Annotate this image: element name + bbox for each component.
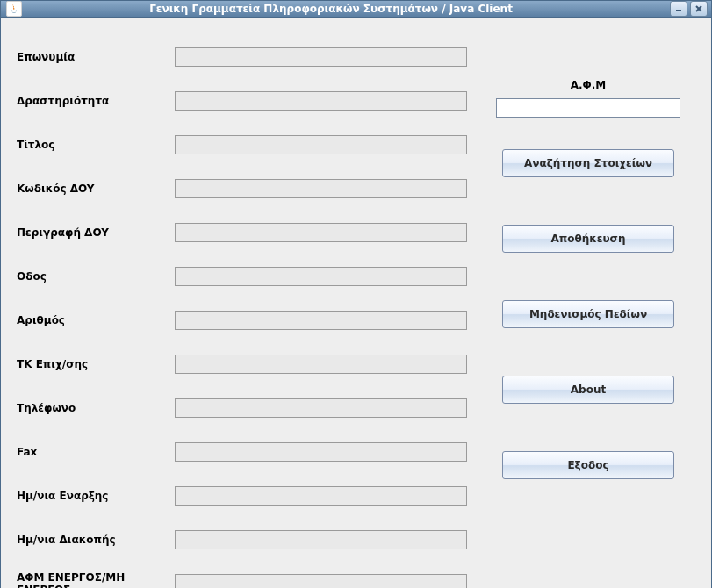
afm-label: Α.Φ.Μ: [571, 79, 607, 91]
label-tk: ΤΚ Επιχ/σης: [17, 358, 175, 370]
field-tk: [175, 355, 467, 374]
search-button[interactable]: Αναζήτηση Στοιχείων: [502, 149, 674, 177]
row-eponymia: Επωνυμία: [17, 35, 481, 79]
label-kodikos-doy: Κωδικός ΔOY: [17, 183, 175, 195]
afm-input[interactable]: [496, 98, 680, 118]
label-perigrafi-doy: Περιγραφή ΔOY: [17, 226, 175, 239]
about-button[interactable]: About: [502, 376, 674, 404]
label-titlos: Τίτλος: [17, 139, 175, 151]
field-afm-status: [175, 574, 467, 588]
field-fax: [175, 442, 467, 462]
window-title: Γενικη Γραμματεία Πληροφοριακών Συστημάτ…: [27, 3, 670, 15]
field-enarxi: [175, 486, 467, 506]
row-titlos: Τίτλος: [17, 123, 481, 167]
titlebar: Γενικη Γραμματεία Πληροφοριακών Συστημάτ…: [1, 1, 711, 18]
label-drastiriotita: Δραστηριότητα: [17, 95, 175, 107]
label-eponymia: Επωνυμία: [17, 51, 175, 63]
field-eponymia: [175, 47, 467, 67]
field-titlos: [175, 135, 467, 154]
label-enarxi: Ημ/νια Εναρξης: [17, 490, 175, 502]
field-arithmos: [175, 311, 467, 330]
app-window: Γενικη Γραμματεία Πληροφοριακών Συστημάτ…: [0, 0, 712, 588]
row-tk: ΤΚ Επιχ/σης: [17, 342, 481, 386]
save-button[interactable]: Αποθήκευση: [502, 225, 674, 253]
side-column: Α.Φ.Μ Αναζήτηση Στοιχείων Αποθήκευση Μηδ…: [481, 35, 695, 588]
close-button[interactable]: [690, 1, 708, 17]
label-tilefono: Τηλέφωνο: [17, 402, 175, 414]
row-odos: Οδος: [17, 255, 481, 298]
java-icon: [6, 1, 22, 17]
row-tilefono: Τηλέφωνο: [17, 386, 481, 430]
label-diakopi: Ημ/νια Διακοπής: [17, 534, 175, 546]
window-controls: [670, 1, 708, 17]
exit-button[interactable]: Εξοδος: [502, 451, 674, 479]
afm-block: Α.Φ.Μ: [496, 79, 680, 118]
content-area: Επωνυμία Δραστηριότητα Τίτλος Κωδικός ΔO…: [1, 18, 711, 588]
row-drastiriotita: Δραστηριότητα: [17, 79, 481, 123]
label-fax: Fax: [17, 446, 175, 458]
field-perigrafi-doy: [175, 223, 467, 242]
minimize-icon: [674, 4, 683, 13]
row-fax: Fax: [17, 430, 481, 474]
field-kodikos-doy: [175, 179, 467, 198]
label-odos: Οδος: [17, 270, 175, 283]
row-perigrafi-doy: Περιγραφή ΔOY: [17, 211, 481, 255]
row-arithmos: Αριθμός: [17, 298, 481, 342]
field-tilefono: [175, 398, 467, 418]
label-arithmos: Αριθμός: [17, 314, 175, 326]
form-column: Επωνυμία Δραστηριότητα Τίτλος Κωδικός ΔO…: [17, 35, 481, 588]
row-afm-status: ΑΦΜ ΕΝΕΡΓΟΣ/ΜΗ ΕΝΕΡΓΟΣ: [17, 562, 481, 588]
close-icon: [694, 4, 703, 13]
reset-button[interactable]: Μηδενισμός Πεδίων: [502, 300, 674, 328]
field-diakopi: [175, 530, 467, 549]
label-afm-status: ΑΦΜ ΕΝΕΡΓΟΣ/ΜΗ ΕΝΕΡΓΟΣ: [17, 571, 175, 588]
field-drastiriotita: [175, 91, 467, 111]
minimize-button[interactable]: [670, 1, 687, 17]
row-enarxi: Ημ/νια Εναρξης: [17, 474, 481, 518]
row-diakopi: Ημ/νια Διακοπής: [17, 518, 481, 562]
row-kodikos-doy: Κωδικός ΔOY: [17, 167, 481, 211]
field-odos: [175, 267, 467, 286]
